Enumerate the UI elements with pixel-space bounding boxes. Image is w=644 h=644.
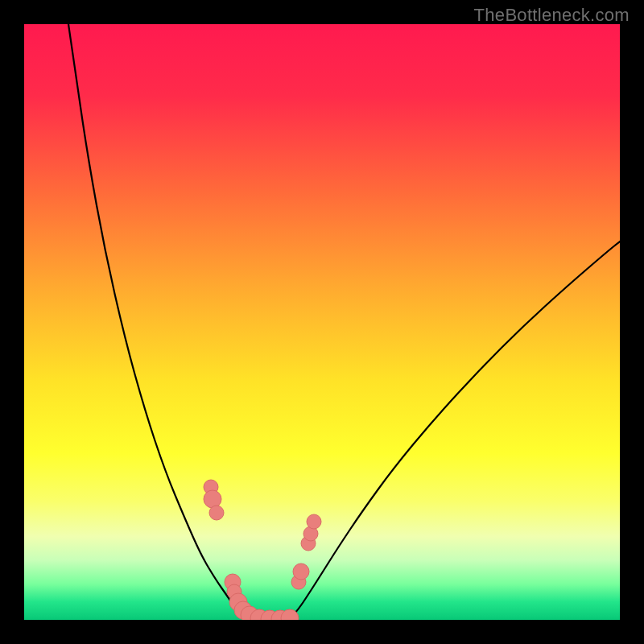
gradient-background: [24, 24, 620, 620]
data-marker: [209, 506, 224, 520]
data-marker: [293, 564, 309, 580]
data-marker: [204, 490, 221, 508]
watermark-text: TheBottleneck.com: [474, 5, 630, 26]
plot-area: [24, 24, 620, 620]
data-marker: [307, 514, 321, 529]
chart-svg: [24, 24, 620, 620]
chart-frame: TheBottleneck.com: [0, 0, 644, 644]
